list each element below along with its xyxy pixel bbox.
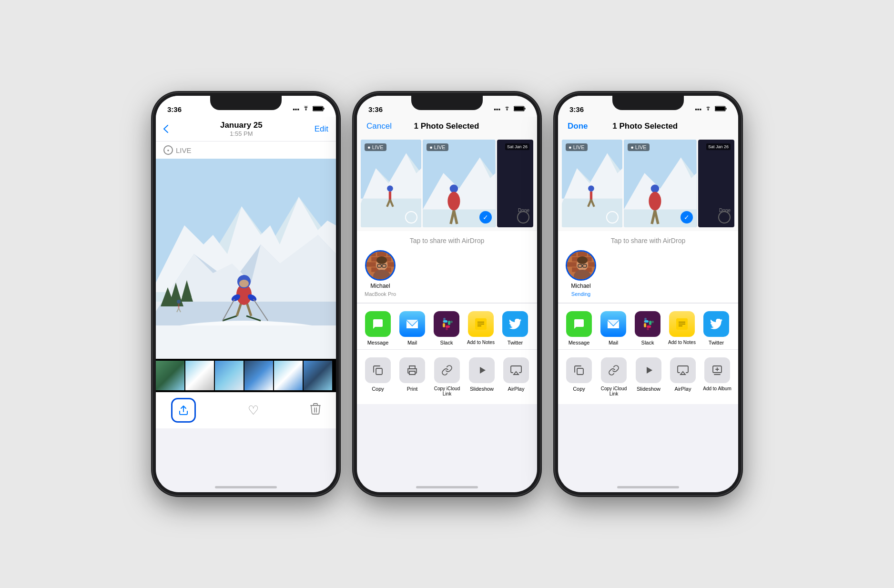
select-circle-2[interactable]: ✓ <box>681 211 693 223</box>
app-icon-slack[interactable]: Slack <box>632 311 663 345</box>
edit-button[interactable]: Edit <box>315 124 328 134</box>
signal-icon: ▪▪▪ <box>695 106 701 113</box>
photo-thumb-1[interactable]: ●LIVE <box>361 140 421 227</box>
svg-rect-70 <box>446 328 448 330</box>
contact-item-michael[interactable]: Michael MacBook Pro <box>365 250 396 297</box>
notes-icon <box>468 311 494 337</box>
action-airplay[interactable]: AirPlay <box>501 357 531 396</box>
svg-point-59 <box>376 256 387 264</box>
battery-icon <box>313 106 325 113</box>
notes-label: Add to Notes <box>467 340 495 345</box>
airplay-label: AirPlay <box>508 386 525 392</box>
thumbnail-strip[interactable] <box>156 359 336 392</box>
photo-thumb-dark[interactable]: Sat Jan 26 Done <box>698 140 734 227</box>
svg-rect-117 <box>651 321 654 323</box>
photo-grid: ●LIVE ●LIVE <box>558 136 738 231</box>
app-icon-twitter[interactable]: Twitter <box>701 311 731 345</box>
svg-rect-77 <box>376 368 382 375</box>
thumb-2[interactable] <box>185 361 214 390</box>
like-button[interactable]: ♡ <box>248 403 259 418</box>
svg-point-26 <box>177 300 181 304</box>
cancel-button[interactable]: Cancel <box>366 122 392 131</box>
thumb-3[interactable] <box>215 361 244 390</box>
status-time: 3:36 <box>569 105 584 113</box>
dark-date: Sat Jan 26 <box>706 143 731 150</box>
share-button[interactable] <box>171 398 196 423</box>
photo-thumb-dark[interactable]: Sat Jan 26 Done <box>497 140 533 227</box>
photo-thumb-1[interactable]: ●LIVE <box>562 140 622 227</box>
mail-label: Mail <box>609 340 618 345</box>
wifi-icon <box>503 106 511 113</box>
svg-rect-114 <box>644 323 646 327</box>
svg-rect-116 <box>649 321 651 325</box>
dark-select-circle[interactable] <box>718 211 731 223</box>
contact-avatar-sending[interactable] <box>566 250 596 281</box>
wifi-icon <box>302 106 310 113</box>
app-icon-slack[interactable]: Slack <box>431 311 462 345</box>
app-icon-twitter[interactable]: Twitter <box>500 311 530 345</box>
thumb-5[interactable] <box>274 361 303 390</box>
icloud-label: Copy iCloud Link <box>431 386 463 396</box>
twitter-label: Twitter <box>709 340 724 345</box>
svg-rect-71 <box>443 320 447 323</box>
live-badge-small-2: ●LIVE <box>427 143 448 151</box>
svg-rect-69 <box>446 325 450 328</box>
thumb-6[interactable] <box>304 361 332 390</box>
status-icons: ▪▪▪ <box>293 106 325 113</box>
nav-date: January 25 <box>220 121 263 130</box>
app-icon-mail[interactable]: Mail <box>397 311 427 345</box>
thumb-1[interactable] <box>156 361 184 390</box>
svg-rect-102 <box>567 262 577 267</box>
photo-thumb-2[interactable]: ●LIVE ✓ <box>423 140 496 227</box>
app-icon-messages[interactable]: Message <box>363 311 393 345</box>
app-icon-mail[interactable]: Mail <box>598 311 629 345</box>
add-album-label: Add to Album <box>703 386 731 391</box>
action-airplay-3[interactable]: AirPlay <box>668 357 698 396</box>
slack-icon <box>434 311 459 337</box>
slack-icon <box>635 311 660 337</box>
action-icloud[interactable]: Copy iCloud Link <box>431 357 463 396</box>
dark-select-circle[interactable] <box>517 211 529 223</box>
action-add-album[interactable]: Add to Album <box>702 357 732 396</box>
svg-rect-99 <box>588 252 596 256</box>
print-label: Print <box>407 386 418 392</box>
delete-button[interactable] <box>310 403 321 418</box>
nav-time: 1:55 PM <box>220 130 263 137</box>
airdrop-contacts: Michael Sending <box>558 248 738 303</box>
mail-label: Mail <box>407 340 417 345</box>
done-button[interactable]: Done <box>568 122 588 131</box>
thumb-4[interactable] <box>244 361 273 390</box>
contact-avatar[interactable] <box>365 250 396 281</box>
messages-icon <box>566 311 592 337</box>
airplay-icon-3 <box>670 357 696 383</box>
svg-rect-67 <box>448 321 450 325</box>
svg-rect-55 <box>387 262 396 267</box>
action-slideshow-3[interactable]: Slideshow <box>633 357 664 396</box>
select-circle-2[interactable]: ✓ <box>479 211 492 223</box>
photo-thumb-2[interactable]: ●LIVE ✓ <box>624 140 697 227</box>
svg-rect-48 <box>366 252 376 256</box>
phone-3: 3:36 ▪▪▪ Done 1 Photo Selected ●LIVE <box>555 93 741 495</box>
app-icon-messages[interactable]: Message <box>564 311 594 345</box>
action-copy-3[interactable]: Copy <box>564 357 594 396</box>
svg-point-108 <box>577 256 588 264</box>
messages-label: Message <box>367 340 389 345</box>
app-icon-notes[interactable]: Add to Notes <box>667 311 697 345</box>
back-button[interactable] <box>163 125 168 133</box>
slideshow-icon <box>469 357 495 383</box>
svg-rect-53 <box>366 262 376 267</box>
main-photo[interactable] <box>156 159 336 359</box>
select-circle-1[interactable] <box>405 211 417 223</box>
svg-rect-65 <box>443 323 445 327</box>
app-icon-notes[interactable]: Add to Notes <box>466 311 496 345</box>
notch <box>612 96 684 110</box>
action-slideshow[interactable]: Slideshow <box>467 357 497 396</box>
svg-rect-68 <box>450 321 453 323</box>
select-circle-1[interactable] <box>606 211 619 223</box>
action-icloud-3[interactable]: Copy iCloud Link <box>598 357 630 396</box>
action-copy[interactable]: Copy <box>363 357 393 396</box>
contact-item-michael-sending[interactable]: Michael Sending <box>566 250 596 297</box>
svg-rect-120 <box>644 320 649 323</box>
svg-point-85 <box>588 185 594 192</box>
action-print[interactable]: Print <box>397 357 427 396</box>
